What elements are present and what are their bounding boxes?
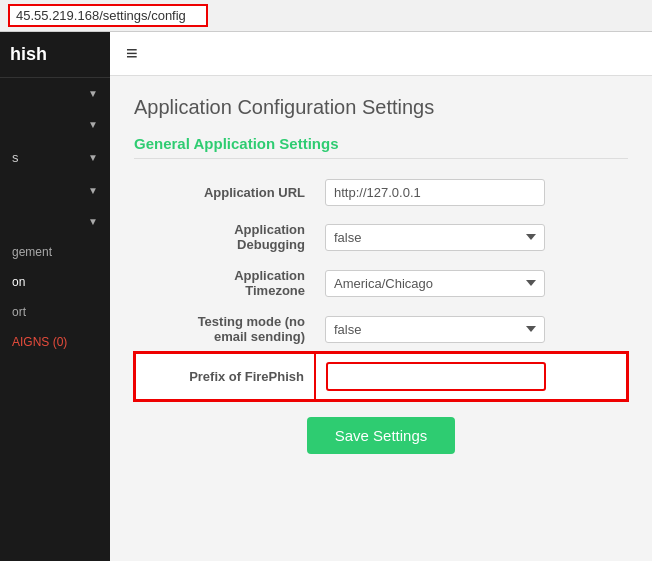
sidebar-item-2[interactable]: ▼ (0, 109, 110, 140)
sidebar-menu-report[interactable]: ort (0, 297, 110, 327)
sidebar-campaigns[interactable]: AIGNS (0) (0, 327, 110, 357)
application-timezone-select[interactable]: America/Chicago UTC America/New_York (325, 270, 545, 297)
top-bar: ≡ (110, 32, 652, 76)
address-bar (0, 0, 652, 32)
save-btn-row: Save Settings (134, 417, 628, 454)
chevron-down-icon-2: ▼ (88, 119, 98, 130)
sidebar-item-5[interactable]: ▼ (0, 206, 110, 237)
sidebar-menu-management[interactable]: gement (0, 237, 110, 267)
testing-mode-select[interactable]: false true (325, 316, 545, 343)
save-settings-button[interactable]: Save Settings (307, 417, 456, 454)
sidebar-item-3[interactable]: s ▼ (0, 140, 110, 175)
chevron-down-icon-1: ▼ (88, 88, 98, 99)
field-value-prefix (315, 353, 627, 400)
field-value-testing: false true (315, 306, 627, 353)
field-label-prefix: Prefix of FirePhish (135, 353, 315, 400)
field-row-timezone: ApplicationTimezone America/Chicago UTC … (135, 260, 627, 306)
main-content: ≡ Application Configuration Settings Gen… (110, 32, 652, 561)
field-row-testing: Testing mode (noemail sending) false tru… (135, 306, 627, 353)
field-row-debugging: ApplicationDebugging false true (135, 214, 627, 260)
field-value-debugging: false true (315, 214, 627, 260)
settings-form: Application URL ApplicationDebugging fal… (134, 171, 628, 401)
field-label-testing: Testing mode (noemail sending) (135, 306, 315, 353)
field-value-url (315, 171, 627, 214)
application-debugging-select[interactable]: false true (325, 224, 545, 251)
field-value-timezone: America/Chicago UTC America/New_York (315, 260, 627, 306)
page-title: Application Configuration Settings (134, 96, 628, 119)
sidebar-menu-config[interactable]: on (0, 267, 110, 297)
chevron-down-icon-4: ▼ (88, 185, 98, 196)
field-label-timezone: ApplicationTimezone (135, 260, 315, 306)
application-url-input[interactable] (325, 179, 545, 206)
chevron-down-icon-5: ▼ (88, 216, 98, 227)
field-label-url: Application URL (135, 171, 315, 214)
app-layout: hish ▼ ▼ s ▼ ▼ ▼ gement on ort AIGNS (0) (0, 32, 652, 561)
sidebar: hish ▼ ▼ s ▼ ▼ ▼ gement on ort AIGNS (0) (0, 32, 110, 561)
field-label-debugging: ApplicationDebugging (135, 214, 315, 260)
sidebar-brand: hish (0, 32, 110, 78)
hamburger-icon[interactable]: ≡ (126, 42, 138, 65)
sidebar-item-3-label: s (12, 150, 19, 165)
chevron-down-icon-3: ▼ (88, 152, 98, 163)
field-row-prefix: Prefix of FirePhish (135, 353, 627, 400)
sidebar-item-4[interactable]: ▼ (0, 175, 110, 206)
section-title: General Application Settings (134, 135, 628, 159)
content-area: Application Configuration Settings Gener… (110, 76, 652, 474)
address-input[interactable] (8, 4, 208, 27)
sidebar-item-1[interactable]: ▼ (0, 78, 110, 109)
prefix-firephish-input[interactable] (326, 362, 546, 391)
field-row-url: Application URL (135, 171, 627, 214)
